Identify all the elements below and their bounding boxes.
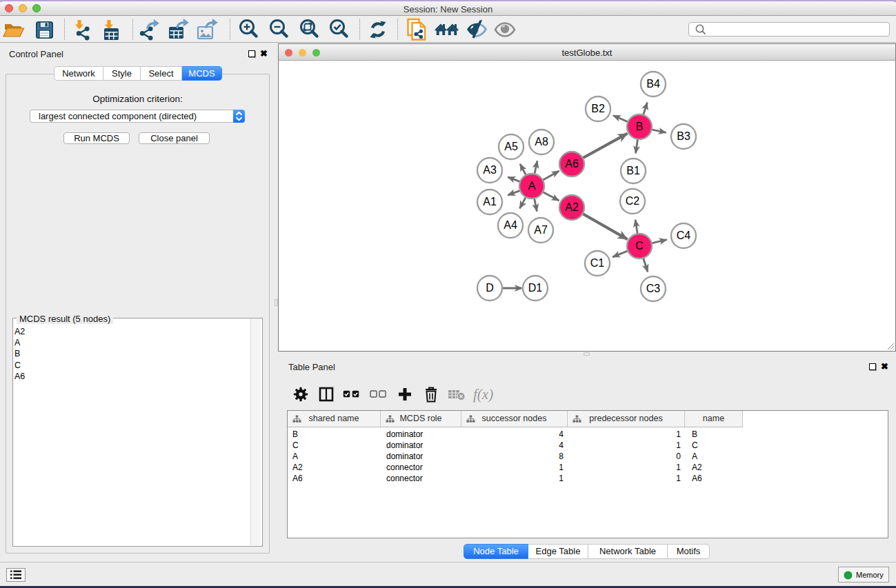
svg-text:B: B xyxy=(636,121,644,132)
svg-text:B3: B3 xyxy=(677,130,690,142)
svg-text:C2: C2 xyxy=(626,195,640,207)
svg-text:A1: A1 xyxy=(483,196,497,207)
svg-text:A2: A2 xyxy=(565,201,579,213)
svg-text:C1: C1 xyxy=(590,257,605,269)
svg-text:C3: C3 xyxy=(646,283,661,294)
svg-text:A3: A3 xyxy=(483,164,497,176)
svg-text:B4: B4 xyxy=(646,78,660,90)
svg-text:A: A xyxy=(528,180,536,192)
svg-text:D1: D1 xyxy=(528,282,543,294)
svg-text:A6: A6 xyxy=(565,158,579,170)
svg-text:B1: B1 xyxy=(626,165,640,176)
svg-text:A7: A7 xyxy=(534,224,548,236)
svg-text:D: D xyxy=(486,282,494,294)
svg-text:A8: A8 xyxy=(535,136,548,148)
svg-text:C4: C4 xyxy=(677,230,691,241)
svg-text:A4: A4 xyxy=(504,219,517,231)
svg-text:A5: A5 xyxy=(504,141,518,152)
svg-text:C: C xyxy=(635,240,644,252)
svg-text:B2: B2 xyxy=(591,103,605,114)
